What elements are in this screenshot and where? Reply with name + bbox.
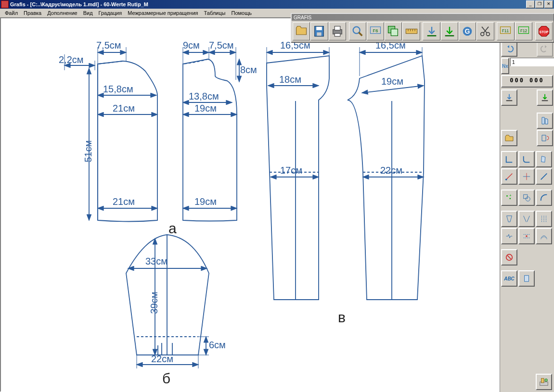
- svg-point-92: [526, 235, 528, 237]
- f11-button[interactable]: F11: [497, 22, 514, 40]
- svg-text:+: +: [509, 193, 512, 198]
- dim-51: 51см: [83, 140, 94, 163]
- svg-rect-88: [524, 195, 528, 199]
- piece-outline-button[interactable]: [536, 151, 552, 167]
- line-arrow-button[interactable]: [501, 168, 517, 185]
- f12-button[interactable]: F12: [515, 22, 532, 40]
- insert-down-button[interactable]: [501, 89, 517, 106]
- nx-button[interactable]: Nx: [501, 58, 509, 74]
- dim-33: 33см: [145, 256, 167, 267]
- corner-button[interactable]: [501, 151, 517, 167]
- insert-down-green-button[interactable]: [537, 89, 553, 106]
- rotate-piece-button[interactable]: [537, 130, 553, 146]
- dim-6: 6см: [209, 340, 226, 351]
- svg-point-81: [505, 179, 507, 181]
- ruler-button[interactable]: [402, 22, 420, 40]
- grafis-toolbar: GRAFIS F6 G F11 F12 STOP: [291, 13, 554, 43]
- delete-button[interactable]: [501, 249, 517, 266]
- seam-button[interactable]: [518, 228, 535, 244]
- dim-7-5: 7,5см: [96, 40, 121, 51]
- svg-point-85: [506, 195, 508, 197]
- points-button[interactable]: +: [501, 190, 517, 206]
- svg-point-97: [545, 379, 548, 382]
- machine-button[interactable]: [536, 374, 552, 390]
- svg-rect-12: [406, 29, 417, 33]
- dim-18: 18см: [279, 74, 301, 85]
- svg-rect-11: [391, 29, 398, 36]
- menu-edit[interactable]: Правка: [21, 9, 44, 17]
- dim-2-2: 2,2см: [59, 54, 84, 65]
- counter-display: 000 000: [501, 75, 553, 88]
- svg-rect-1: [317, 27, 322, 30]
- dim-17: 17см: [280, 165, 302, 176]
- save-button[interactable]: [310, 22, 328, 40]
- dim-13-8: 13,8см: [189, 91, 219, 102]
- svg-text:G: G: [465, 27, 470, 35]
- pleat-button[interactable]: [536, 211, 552, 227]
- down-button[interactable]: [423, 22, 440, 40]
- dim-19c: 19см: [381, 76, 403, 87]
- svg-line-94: [507, 255, 511, 259]
- fig-a: а: [168, 220, 177, 237]
- svg-rect-5: [335, 34, 340, 37]
- svg-text:F11: F11: [502, 29, 509, 33]
- dim-21: 21см: [113, 103, 135, 114]
- nx-input[interactable]: [510, 58, 554, 66]
- toolbar-title[interactable]: GRAFIS: [292, 14, 554, 21]
- redo-button[interactable]: [537, 40, 553, 57]
- layers-button[interactable]: [385, 22, 402, 40]
- menu-grading[interactable]: Градация: [96, 9, 125, 17]
- print-button[interactable]: [329, 22, 346, 40]
- dart-button[interactable]: [501, 211, 517, 227]
- open-button[interactable]: [293, 22, 310, 40]
- menu-addon[interactable]: Дополнение: [44, 9, 80, 17]
- dim-15-8: 15,8см: [103, 84, 133, 95]
- f6-button[interactable]: F6: [367, 22, 384, 40]
- curve-corner-button[interactable]: [518, 151, 535, 167]
- menu-view[interactable]: Вид: [80, 9, 96, 17]
- text-button[interactable]: ABC: [501, 270, 517, 287]
- dim-7-5b: 7,5см: [209, 40, 234, 51]
- scissors-button[interactable]: [477, 22, 494, 40]
- svg-point-89: [526, 197, 530, 201]
- menu-increments[interactable]: Межразмерные приращения: [125, 9, 201, 17]
- dim-8: 8см: [240, 64, 257, 76]
- folder-piece-button[interactable]: [501, 130, 517, 146]
- arc-button[interactable]: [536, 190, 552, 206]
- side-toolbar: Nx 000 000 +: [500, 39, 554, 392]
- svg-line-80: [506, 174, 513, 180]
- window-title: Grafis - [C:..\Кадрус\модель 1.mdl] - 60…: [10, 1, 526, 7]
- dim-9: 9см: [183, 40, 200, 51]
- minimize-button[interactable]: _: [526, 0, 535, 8]
- menu-tables[interactable]: Таблицы: [201, 9, 229, 17]
- svg-text:STOP: STOP: [539, 30, 548, 34]
- piece-icon[interactable]: [537, 113, 553, 129]
- undo-button[interactable]: [501, 40, 517, 57]
- close-button[interactable]: ✕: [544, 0, 553, 8]
- notch-button[interactable]: [501, 228, 517, 244]
- dim-22: 22см: [380, 165, 402, 176]
- g-button[interactable]: G: [459, 22, 476, 40]
- menu-file[interactable]: Файл: [2, 9, 21, 17]
- window-titlebar: Grafis - [C:..\Кадрус\модель 1.mdl] - 60…: [0, 0, 554, 9]
- zoom-button[interactable]: [349, 22, 366, 40]
- stop-button[interactable]: STOP: [535, 22, 553, 40]
- mirror-button[interactable]: [518, 211, 535, 227]
- fig-v: в: [338, 309, 346, 326]
- diag-line-button[interactable]: [536, 168, 552, 185]
- down-green-button[interactable]: [441, 22, 458, 40]
- dim-19: 19см: [194, 103, 217, 114]
- svg-text:F12: F12: [520, 29, 528, 33]
- circle-rect-button[interactable]: [518, 190, 535, 206]
- cross-button[interactable]: [518, 168, 535, 185]
- svg-text:F6: F6: [373, 28, 378, 33]
- svg-line-84: [541, 174, 547, 180]
- dim-19b: 19см: [194, 196, 217, 207]
- pattern-button[interactable]: [518, 270, 535, 287]
- restore-button[interactable]: ❐: [535, 0, 544, 8]
- menu-help[interactable]: Помощь: [228, 9, 255, 17]
- drawing-canvas[interactable]: 7,5см 2,2см 15,8см 21см 51см 21см 9см 7,…: [0, 17, 501, 392]
- seam-allow-button[interactable]: [536, 228, 552, 244]
- svg-rect-2: [317, 32, 322, 36]
- dim-39: 39см: [149, 292, 160, 314]
